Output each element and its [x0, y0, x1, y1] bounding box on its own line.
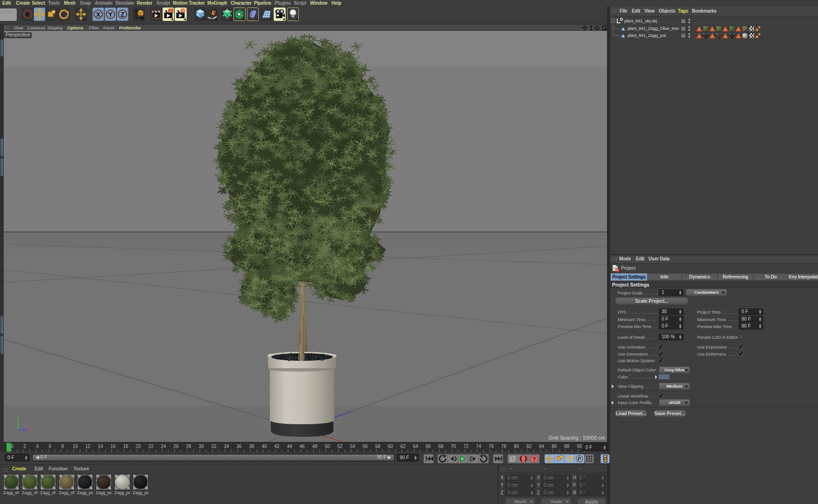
svg-text:18: 18 — [123, 444, 128, 449]
svg-text:36: 36 — [236, 444, 242, 449]
svg-text:Y: Y — [16, 417, 19, 421]
svg-text:32: 32 — [211, 444, 217, 449]
svg-text:64: 64 — [413, 444, 418, 449]
svg-text:48: 48 — [312, 444, 317, 449]
svg-text:P: P — [578, 456, 581, 462]
svg-text:46: 46 — [299, 444, 305, 449]
svg-text:6: 6 — [49, 444, 51, 449]
svg-text:84: 84 — [539, 444, 544, 449]
svg-text:10: 10 — [72, 444, 78, 449]
svg-text:12: 12 — [85, 444, 91, 449]
svg-text:24: 24 — [161, 444, 166, 449]
svg-text:56: 56 — [362, 444, 368, 449]
svg-text:72: 72 — [463, 444, 469, 449]
svg-text:?: ? — [532, 456, 536, 462]
svg-text:Y: Y — [108, 11, 113, 18]
svg-text:Z: Z — [120, 11, 125, 18]
svg-text:28: 28 — [186, 444, 191, 449]
svg-text:0: 0 — [11, 444, 14, 449]
svg-text:74: 74 — [476, 444, 481, 449]
svg-text:2: 2 — [23, 444, 26, 449]
svg-text:42: 42 — [274, 444, 280, 449]
svg-text:54: 54 — [350, 444, 355, 449]
svg-text:38: 38 — [249, 444, 254, 449]
svg-text:60: 60 — [388, 444, 393, 449]
svg-text:30: 30 — [198, 444, 204, 449]
svg-text:50: 50 — [324, 444, 330, 449]
svg-text:8: 8 — [61, 444, 64, 449]
svg-text:40: 40 — [261, 444, 267, 449]
svg-text:14: 14 — [98, 444, 103, 449]
svg-text:90: 90 — [577, 444, 582, 449]
svg-text:66: 66 — [425, 444, 431, 449]
svg-text:58: 58 — [375, 444, 381, 449]
svg-text:16: 16 — [110, 444, 116, 449]
svg-text:80: 80 — [514, 444, 519, 449]
svg-text:20: 20 — [135, 444, 141, 449]
svg-text:4: 4 — [36, 444, 39, 449]
svg-text:88: 88 — [564, 444, 570, 449]
svg-text:76: 76 — [488, 444, 494, 449]
svg-text:X: X — [96, 11, 101, 18]
svg-text:62: 62 — [400, 444, 406, 449]
svg-text:82: 82 — [526, 444, 532, 449]
svg-text:22: 22 — [148, 444, 154, 449]
svg-text:70: 70 — [451, 444, 456, 449]
svg-text:26: 26 — [173, 444, 179, 449]
svg-text:34: 34 — [224, 444, 229, 449]
svg-text:44: 44 — [287, 444, 292, 449]
svg-text:78: 78 — [501, 444, 507, 449]
svg-text:68: 68 — [438, 444, 444, 449]
svg-text:86: 86 — [551, 444, 557, 449]
svg-text:52: 52 — [337, 444, 343, 449]
